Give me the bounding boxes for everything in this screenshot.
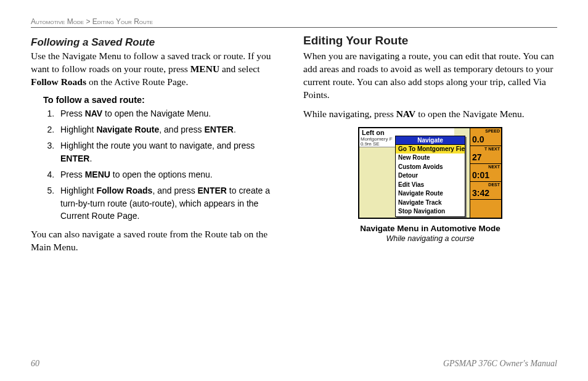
step-1: Press NAV to open the Navigate Menu. xyxy=(57,107,285,120)
right-column: Editing Your Route When you are navigati… xyxy=(303,34,557,260)
breadcrumb-page: Editing Your Route xyxy=(92,17,153,26)
left-column: Following a Saved Route Use the Navigate… xyxy=(31,34,285,260)
figure: Left on Montgomery F 0.9m SE SPEED 0.0 T… xyxy=(303,127,557,243)
left-outro: You can also navigate a saved route from… xyxy=(31,228,285,254)
ss-sidebar: SPEED 0.0 T NEXT 27 NEXT 0:01 DEST xyxy=(470,128,501,218)
steps-list: Press NAV to open the Navigate Menu. Hig… xyxy=(43,107,285,222)
menu-item-stop-navigation: Stop Navigation xyxy=(396,207,465,216)
ss-cell-next: NEXT 0:01 xyxy=(470,164,501,182)
left-heading: Following a Saved Route xyxy=(31,36,285,49)
step-5: Highlight Follow Roads, and press ENTER … xyxy=(57,184,285,222)
menu-item-navigate-track: Navigate Track xyxy=(396,199,465,208)
menu-item-edit-vias: Edit Vias xyxy=(396,181,465,190)
left-intro: Use the Navigate Menu to follow a saved … xyxy=(31,50,285,89)
right-p1: When you are navigating a route, you can… xyxy=(303,50,557,102)
menu-title: Navigate xyxy=(396,136,465,145)
right-heading: Editing Your Route xyxy=(303,34,557,47)
manual-title: GPSMAP 376C Owner's Manual xyxy=(443,359,557,369)
ss-cell-dest: DEST 3:42 xyxy=(470,182,501,200)
menu-item-goto: Go To Montgomery Fie xyxy=(396,145,465,154)
menu-item-navigate-route: Navigate Route xyxy=(396,189,465,199)
menu-item-new-route: New Route xyxy=(396,154,465,163)
breadcrumb: Automotive Mode > Editing Your Route xyxy=(31,17,557,28)
ss-strip: Montgomery F 0.9m SE xyxy=(359,137,396,147)
menu-item-custom-avoids: Custom Avoids xyxy=(396,163,465,172)
footer: 60 GPSMAP 376C Owner's Manual xyxy=(31,359,557,369)
breadcrumb-section: Automotive Mode xyxy=(31,17,84,26)
navigate-menu: Navigate Go To Montgomery Fie New Route … xyxy=(395,136,465,217)
figure-caption-2: While navigating a course xyxy=(303,234,557,243)
device-screenshot: Left on Montgomery F 0.9m SE SPEED 0.0 T… xyxy=(358,127,502,219)
step-3: Highlight the route you want to navigate… xyxy=(57,139,285,165)
menu-item-detour: Detour xyxy=(396,171,465,181)
figure-caption-1: Navigate Menu in Automotive Mode xyxy=(303,224,557,233)
ss-cell-tnext: T NEXT 27 xyxy=(470,146,501,164)
steps-heading: To follow a saved route: xyxy=(43,95,285,105)
step-4: Press MENU to open the options menu. xyxy=(57,168,285,181)
ss-cell-speed: SPEED 0.0 xyxy=(470,128,501,146)
right-p2: While navigating, press NAV to open the … xyxy=(303,108,557,121)
page-number: 60 xyxy=(31,359,39,369)
breadcrumb-sep: > xyxy=(86,17,90,26)
step-2: Highlight Navigate Route, and press ENTE… xyxy=(57,123,285,136)
